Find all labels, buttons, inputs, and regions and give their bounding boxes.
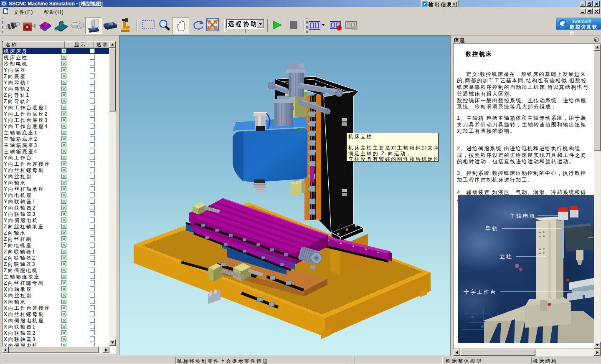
svg-text:立柱: 立柱 (500, 253, 513, 260)
svg-text:主轴电机: 主轴电机 (510, 213, 536, 219)
svg-text:十字工作台: 十字工作台 (464, 289, 497, 295)
svg-text:导轨: 导轨 (485, 225, 499, 232)
